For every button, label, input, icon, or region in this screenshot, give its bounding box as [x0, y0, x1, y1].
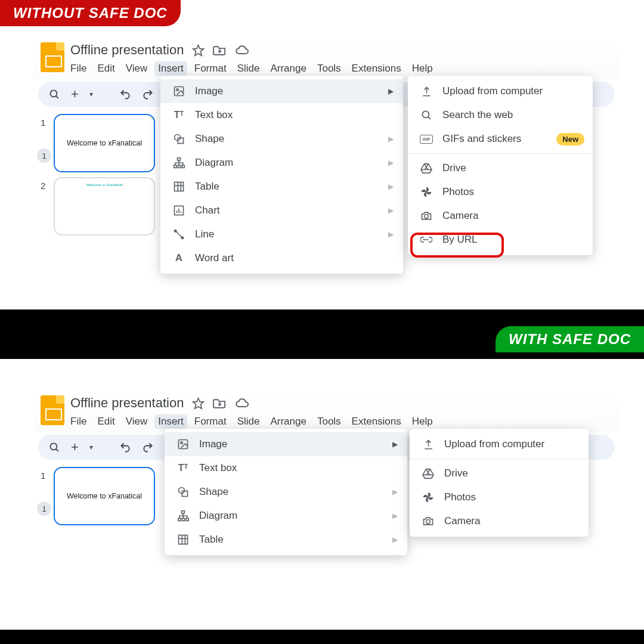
- menu-tools[interactable]: Tools: [317, 416, 341, 428]
- menu-format[interactable]: Format: [194, 416, 227, 428]
- move-folder-icon[interactable]: [213, 44, 227, 56]
- new-slide-caret-icon[interactable]: ▾: [89, 90, 93, 98]
- image-by-url[interactable]: By URL: [408, 228, 593, 252]
- menu-slide[interactable]: Slide: [237, 416, 260, 428]
- svg-rect-10: [182, 165, 184, 168]
- doc-title[interactable]: Offline presentation: [70, 395, 184, 411]
- new-slide-button[interactable]: +: [71, 439, 79, 455]
- slides-logo-icon: [41, 395, 64, 425]
- menu-arrange[interactable]: Arrange: [270, 416, 306, 428]
- menu-view[interactable]: View: [126, 416, 148, 428]
- insert-line[interactable]: Line▶: [160, 222, 403, 246]
- insert-image[interactable]: Image▶: [165, 432, 407, 456]
- menu-extensions[interactable]: Extensions: [352, 416, 401, 428]
- image-photos-label: Photos: [442, 186, 474, 198]
- star-icon[interactable]: [192, 44, 205, 57]
- insert-shape[interactable]: Shape▶: [165, 480, 407, 504]
- insert-table[interactable]: Table▶: [160, 175, 403, 199]
- image-upload-label: Upload from computer: [442, 85, 543, 97]
- image-camera[interactable]: Camera: [410, 509, 589, 533]
- insert-chart-label: Chart: [195, 205, 220, 216]
- menu-insert[interactable]: Insert: [154, 414, 187, 429]
- menu-help[interactable]: Help: [412, 416, 433, 428]
- image-submenu: Upload from computer Search the web GIF …: [408, 76, 593, 255]
- svg-point-33: [181, 442, 182, 444]
- upload-icon: [422, 439, 435, 450]
- menu-view[interactable]: View: [126, 63, 148, 75]
- table-icon: [177, 534, 190, 546]
- image-upload[interactable]: Upload from computer: [410, 432, 589, 456]
- image-camera[interactable]: Camera: [408, 204, 593, 228]
- doc-title[interactable]: Offline presentation: [70, 42, 184, 58]
- insert-textbox-label: Text box: [195, 109, 233, 121]
- bottom-bar: [0, 630, 644, 644]
- image-camera-label: Camera: [444, 515, 480, 527]
- slide-thumbnail-1[interactable]: Welcome to xFanatical: [54, 467, 155, 525]
- menu-file[interactable]: File: [70, 416, 86, 428]
- table-icon: [172, 181, 185, 193]
- svg-rect-35: [182, 491, 187, 496]
- menu-slide[interactable]: Slide: [237, 63, 260, 75]
- insert-textbox[interactable]: TT Text box: [160, 103, 403, 127]
- insert-image[interactable]: Image▶: [160, 79, 403, 103]
- workspace: 1 Welcome to xFanatical 1 2 Welcome to x…: [33, 107, 620, 309]
- banner-with-safe-doc: WITH SAFE DOC: [496, 326, 644, 352]
- svg-marker-44: [423, 469, 434, 479]
- slide-thumbnail-1[interactable]: Welcome to xFanatical: [54, 114, 155, 172]
- image-photos[interactable]: Photos: [410, 485, 589, 509]
- svg-line-21: [176, 231, 182, 237]
- topbar-2: Offline presentation File Edit View Inse…: [33, 394, 620, 432]
- menu-tools[interactable]: Tools: [317, 63, 341, 75]
- star-icon[interactable]: [192, 397, 205, 410]
- image-drive[interactable]: Drive: [410, 462, 589, 485]
- new-slide-button[interactable]: +: [71, 86, 79, 102]
- insert-textbox[interactable]: TT Text box: [165, 456, 407, 480]
- menu-insert[interactable]: Insert: [154, 61, 187, 76]
- image-search-web[interactable]: Search the web: [408, 103, 593, 127]
- svg-point-48: [426, 520, 431, 524]
- menu-extensions[interactable]: Extensions: [352, 63, 401, 75]
- textbox-icon: TT: [172, 110, 185, 120]
- menu-arrange[interactable]: Arrange: [270, 63, 306, 75]
- line-icon: [172, 228, 185, 240]
- undo-icon[interactable]: [119, 441, 131, 453]
- menu-format[interactable]: Format: [194, 63, 227, 75]
- slides-logo-icon: [41, 42, 64, 72]
- image-photos[interactable]: Photos: [408, 180, 593, 204]
- svg-point-30: [50, 443, 57, 450]
- search-icon[interactable]: [49, 442, 60, 453]
- insert-table[interactable]: Table▶: [165, 528, 407, 552]
- image-drive[interactable]: Drive: [408, 156, 593, 180]
- insert-wordart[interactable]: A Word art: [160, 246, 403, 270]
- image-gifs[interactable]: GIF GIFs and stickers New: [408, 127, 593, 151]
- insert-textbox-label: Text box: [199, 462, 237, 474]
- drive-icon: [422, 468, 435, 479]
- menu-file[interactable]: File: [70, 63, 86, 75]
- image-upload[interactable]: Upload from computer: [408, 79, 593, 103]
- menu-edit[interactable]: Edit: [97, 63, 114, 75]
- insert-image-label: Image: [195, 85, 223, 97]
- move-folder-icon[interactable]: [213, 397, 227, 409]
- insert-shape[interactable]: Shape▶: [160, 127, 403, 151]
- panel-with: Offline presentation File Edit View Inse…: [33, 394, 620, 621]
- cloud-status-icon[interactable]: [235, 398, 249, 408]
- insert-diagram[interactable]: Diagram▶: [165, 504, 407, 528]
- search-web-icon: [420, 110, 433, 121]
- menu-edit[interactable]: Edit: [97, 416, 114, 428]
- insert-diagram[interactable]: Diagram▶: [160, 151, 403, 175]
- svg-rect-7: [178, 158, 181, 160]
- undo-icon[interactable]: [119, 88, 131, 100]
- panel-without: Offline presentation File Edit View Inse…: [33, 41, 620, 309]
- new-slide-caret-icon[interactable]: ▾: [89, 443, 93, 451]
- cloud-status-icon[interactable]: [235, 45, 249, 55]
- photos-icon: [422, 491, 435, 503]
- redo-icon[interactable]: [142, 88, 154, 100]
- svg-line-31: [56, 448, 58, 451]
- svg-rect-11: [175, 182, 184, 191]
- redo-icon[interactable]: [142, 441, 154, 453]
- slide-thumbnail-2[interactable]: Welcome to xFanatical: [54, 177, 155, 236]
- thumbnail-text: Welcome to xFanatical: [67, 139, 142, 147]
- insert-chart[interactable]: Chart▶: [160, 199, 403, 222]
- menu-help[interactable]: Help: [412, 63, 433, 75]
- search-icon[interactable]: [49, 89, 60, 100]
